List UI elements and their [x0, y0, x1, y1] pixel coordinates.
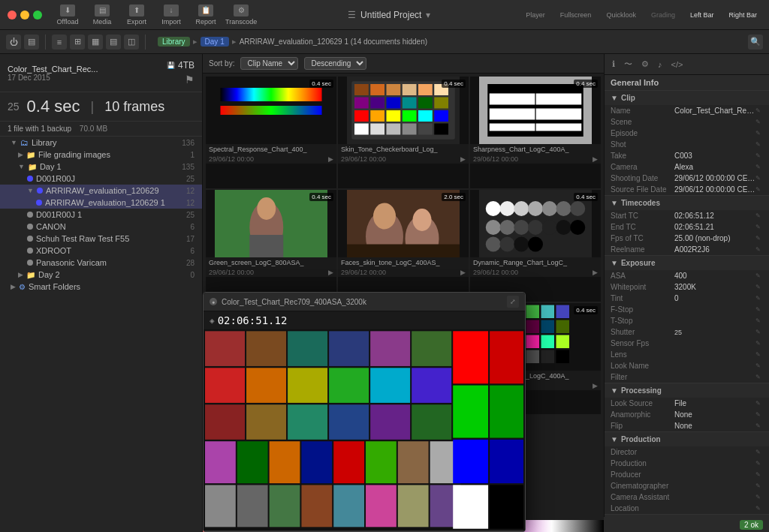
info-edit-flip[interactable]: ✎: [755, 422, 763, 430]
info-edit-sensor-fps[interactable]: ✎: [755, 340, 763, 347]
tree-day1[interactable]: ▼ 📁 Day 1 135: [0, 161, 202, 173]
tree-library[interactable]: ▼ 🗂 Library 136: [0, 137, 202, 149]
info-edit-source-date[interactable]: ✎: [755, 186, 763, 194]
tree-file-grading[interactable]: ▶ 📁 File grading images 1: [0, 149, 202, 161]
preview-expand-button[interactable]: ⤢: [507, 296, 519, 308]
info-edit-shooting-date[interactable]: ✎: [755, 175, 763, 182]
clip-greenscreen[interactable]: 0.4 sec Green_screen_LogC_800ASA_ 29/06/…: [206, 190, 336, 302]
info-icon-audio[interactable]: ♪: [655, 59, 665, 71]
clip-sharpness[interactable]: 0.4 sec Sharpness_Chart_LogC_400A_ 29/06…: [470, 77, 601, 188]
timecodes-header[interactable]: ▼ Timecodes: [605, 196, 769, 210]
info-edit-location[interactable]: ✎: [755, 505, 763, 512]
production-header[interactable]: ▼ Production: [605, 432, 769, 446]
clip-play-dynamic[interactable]: ▶: [593, 269, 598, 276]
fullscreen-button[interactable]: Fullscreen: [556, 10, 596, 20]
info-edit-lookname[interactable]: ✎: [755, 362, 763, 370]
clip-play-greenscreen[interactable]: ▶: [328, 269, 333, 276]
minimize-button[interactable]: [20, 11, 29, 20]
list-view-icon[interactable]: ≡: [52, 35, 67, 50]
maximize-button[interactable]: [33, 11, 42, 20]
info-edit-shot[interactable]: ✎: [755, 141, 763, 149]
exposure-header[interactable]: ▼ Exposure: [605, 256, 769, 270]
info-edit-fps-tc[interactable]: ✎: [755, 235, 763, 242]
library-tag[interactable]: Library: [158, 37, 190, 47]
info-icon-wave[interactable]: 〜: [621, 57, 635, 71]
info-edit-reelname[interactable]: ✎: [755, 246, 763, 254]
info-icon-i[interactable]: ℹ: [609, 58, 618, 71]
breadcrumb-clip[interactable]: ARRIRAW_evaluation_120629 1 (14 document…: [240, 38, 427, 46]
grading-button[interactable]: Grading: [647, 10, 680, 20]
tree-smart-folders[interactable]: ▶ ⚙ Smart Folders: [0, 281, 202, 293]
info-edit-look-source[interactable]: ✎: [755, 400, 763, 407]
info-edit-anamorphic[interactable]: ✎: [755, 411, 763, 419]
tree-schuh[interactable]: Schuh Test Raw Test F55 17: [0, 233, 202, 245]
info-edit-take[interactable]: ✎: [755, 152, 763, 160]
info-edit-tint[interactable]: ✎: [755, 295, 763, 302]
info-icon-settings[interactable]: ⚙: [638, 58, 652, 71]
tree-xdroot[interactable]: XDROOT 6: [0, 245, 202, 257]
leftbar-button[interactable]: Left Bar: [686, 10, 719, 20]
clip-faces[interactable]: 2.0 sec Faces_skin_tone_LogC_400AS_ 29/0…: [338, 190, 469, 302]
info-edit-episode[interactable]: ✎: [755, 130, 763, 137]
tree-d001r00j[interactable]: D001R00J 25: [0, 173, 202, 185]
info-edit-director[interactable]: ✎: [755, 449, 763, 456]
clip-section-header[interactable]: ▼ Clip: [605, 91, 769, 105]
rightbar-button[interactable]: Right Bar: [724, 10, 761, 20]
tree-d001r00j1[interactable]: D001R00J 1 25: [0, 209, 202, 221]
transcode-button[interactable]: ⚙ Transcode: [225, 5, 257, 26]
breadcrumb-library[interactable]: Library: [158, 37, 190, 47]
info-edit-tstop[interactable]: ✎: [755, 317, 763, 325]
close-button[interactable]: [8, 11, 17, 20]
media-button[interactable]: ▤ Media: [87, 5, 117, 26]
clip-play-colorlogc[interactable]: ▶: [593, 382, 598, 389]
export-button[interactable]: ⬆ Export: [122, 5, 152, 26]
icon-view-icon[interactable]: ▦: [88, 35, 103, 50]
clip-dynamic[interactable]: 0.4 sec Dynamic_Range_Chart_LogC_ 29/06/…: [470, 190, 601, 302]
clip-play-skintone[interactable]: ▶: [460, 155, 466, 163]
clip-skintone[interactable]: 0.4 sec Skin_Tone_Checkerboard_Log_ 29/0…: [338, 77, 469, 188]
report-button[interactable]: 📋 Report: [191, 5, 221, 26]
player-button[interactable]: Player: [521, 10, 550, 20]
map-view-icon[interactable]: ◫: [124, 35, 139, 50]
detail-view-icon[interactable]: ▤: [106, 35, 121, 50]
tree-panasonic[interactable]: Panasonic Varicam 28: [0, 257, 202, 269]
tree-arriraw1[interactable]: ARRIRAW_evaluation_120629 1 12: [0, 197, 202, 209]
svg-rect-127: [541, 335, 555, 348]
info-edit-lens[interactable]: ✎: [755, 351, 763, 359]
clip-play-faces[interactable]: ▶: [460, 269, 466, 276]
info-edit-camera-assistant[interactable]: ✎: [755, 494, 763, 501]
info-edit-camera[interactable]: ✎: [755, 164, 763, 171]
sort-field-select[interactable]: Clip Name: [240, 57, 298, 70]
info-edit-name[interactable]: ✎: [755, 107, 763, 115]
clip-spectral[interactable]: 0.4 sec Spectral_Response_Chart_400_ 29/…: [206, 77, 336, 188]
filmstrip-icon[interactable]: ▤: [24, 35, 39, 50]
day-tag[interactable]: Day 1: [201, 37, 229, 47]
info-edit-fstop[interactable]: ✎: [755, 306, 763, 314]
breadcrumb-day[interactable]: Day 1: [201, 37, 229, 47]
tree-canon[interactable]: CANON 6: [0, 221, 202, 233]
info-icon-code[interactable]: </>: [668, 59, 686, 71]
info-edit-shutter[interactable]: ✎: [755, 329, 763, 336]
tree-day2[interactable]: ▶ 📁 Day 2 0: [0, 269, 202, 281]
clip-play-spectral[interactable]: ▶: [328, 155, 333, 163]
tree-arriraw[interactable]: ▼ ARRIRAW_evaluation_120629 12: [0, 185, 202, 197]
clip-play-sharpness[interactable]: ▶: [593, 155, 598, 163]
info-edit-cinematographer[interactable]: ✎: [755, 482, 763, 490]
quicklook-button[interactable]: Quicklook: [602, 10, 641, 20]
info-edit-start-tc[interactable]: ✎: [755, 212, 763, 220]
info-key-location: Location: [611, 504, 674, 512]
info-edit-end-tc[interactable]: ✎: [755, 224, 763, 231]
offload-button[interactable]: ⬇ Offload: [53, 5, 83, 26]
info-edit-production[interactable]: ✎: [755, 460, 763, 467]
sort-order-select[interactable]: Descending: [304, 57, 366, 70]
processing-header[interactable]: ▼ Processing: [605, 383, 769, 398]
grid-view-icon[interactable]: ⊞: [70, 35, 85, 50]
import-button[interactable]: ↓ Import: [156, 5, 186, 26]
info-edit-producer[interactable]: ✎: [755, 471, 763, 479]
info-edit-asa[interactable]: ✎: [755, 272, 763, 280]
info-edit-whitepoint[interactable]: ✎: [755, 284, 763, 291]
info-edit-filter[interactable]: ✎: [755, 374, 763, 381]
info-edit-scene[interactable]: ✎: [755, 119, 763, 126]
search-icon[interactable]: 🔍: [748, 35, 763, 50]
power-icon[interactable]: ⏻: [6, 35, 21, 50]
